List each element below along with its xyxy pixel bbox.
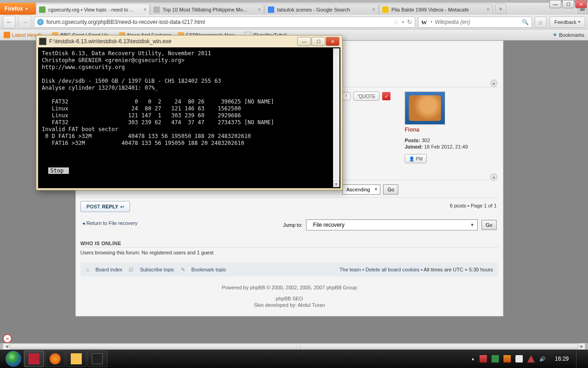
sort-order-select[interactable]: Ascending xyxy=(342,184,380,195)
tray-icon[interactable] xyxy=(503,355,511,362)
wikipedia-icon: W xyxy=(421,19,428,25)
home-icon: ⌂ xyxy=(86,267,89,272)
post-reply-button[interactable]: POSTREPLY ↩ xyxy=(80,201,130,212)
powered-by: Powered by phpBB © 2000, 2002, 2005, 200… xyxy=(76,285,503,290)
tab-title: cgsecurity.org • View topic - need to ..… xyxy=(48,7,141,12)
jump-to-select[interactable]: File recovery xyxy=(306,219,478,230)
new-tab-button[interactable]: + xyxy=(495,4,506,14)
console-minimize-button[interactable]: — xyxy=(297,37,311,46)
home-button[interactable]: ⌂ xyxy=(535,17,547,28)
console-stop-button[interactable]: Stop xyxy=(48,167,69,174)
tray-icon[interactable] xyxy=(527,355,535,362)
taskbar-item[interactable] xyxy=(24,351,44,367)
forum-footer-bar: ⌂ Board index ☑ Subscribe topic ✎ Bookma… xyxy=(80,263,498,276)
show-desktop-button[interactable] xyxy=(576,350,581,368)
tray-flag-icon[interactable] xyxy=(515,355,523,362)
scroll-top-icon[interactable]: ▲ xyxy=(490,80,498,87)
os-minimize-button[interactable]: — xyxy=(549,0,561,8)
console-close-button[interactable]: ✕ xyxy=(326,37,339,46)
scroll-left-icon[interactable]: ◀ xyxy=(3,344,10,349)
joined-line: Joined: 18 Feb 2012, 21:49 xyxy=(405,144,497,150)
taskbar-item[interactable] xyxy=(45,351,65,367)
bookmarks-menu[interactable]: ★ Bookmarks xyxy=(553,32,584,38)
bookmark-star-icon[interactable]: ☆ xyxy=(393,18,399,26)
taskbar-clock[interactable]: 16:29 xyxy=(550,356,569,362)
checkbox-icon: ☑ xyxy=(129,267,133,273)
tab-close-icon[interactable]: × xyxy=(258,6,261,13)
search-input[interactable] xyxy=(435,19,519,25)
pm-button[interactable]: 👤PM xyxy=(405,154,427,163)
tray-icon[interactable] xyxy=(480,355,487,362)
start-button[interactable] xyxy=(4,350,23,368)
skin-credit: Skin developed by: Abdul Turan xyxy=(76,302,503,308)
tray-overflow-icon[interactable]: ▲ xyxy=(471,356,475,361)
feedback-button[interactable]: Feedback ▾ xyxy=(549,17,585,28)
tab-title: tatsulok scenes - Google Search xyxy=(277,7,369,12)
console-maximize-button[interactable]: ☐ xyxy=(311,37,325,46)
person-icon: 👤 xyxy=(409,156,414,161)
taskbar-item[interactable] xyxy=(66,351,86,367)
scroll-down-icon[interactable]: ▼ xyxy=(333,181,339,187)
favicon-icon xyxy=(39,6,45,13)
rss-icon xyxy=(4,32,10,38)
browser-tab[interactable]: tatsulok scenes - Google Search × xyxy=(265,4,379,15)
return-link[interactable]: ◂ Return to File recovery xyxy=(82,220,137,226)
bookmark-icon: ✎ xyxy=(181,267,185,273)
who-online-text: Users browsing this forum: No registered… xyxy=(80,250,214,255)
phpbb-seo[interactable]: phpBB SEO xyxy=(76,296,503,301)
user-avatar xyxy=(405,92,445,125)
jump-go-button[interactable]: Go xyxy=(481,220,497,230)
jump-label: Jump to: xyxy=(283,222,302,228)
url-text: forum.cgsecurity.org/phpBB3/need-to-reco… xyxy=(46,19,390,25)
nav-back-button[interactable]: ← xyxy=(3,16,16,29)
console-scrollbar[interactable]: ▲ ▼ xyxy=(333,48,339,187)
stop-loading-icon[interactable]: ✕ xyxy=(3,334,12,343)
sort-go-button[interactable]: Go xyxy=(383,184,398,195)
globe-icon xyxy=(37,19,44,25)
favicon-icon xyxy=(153,6,160,13)
tray-volume-icon[interactable]: 🔊 xyxy=(539,356,546,362)
username-link[interactable]: Fiona xyxy=(405,126,497,133)
quote-button[interactable]: "QUOTE xyxy=(353,92,379,101)
browser-tab[interactable]: Pila Balde 1999 Videos - Metacafe × xyxy=(379,4,493,15)
who-online-heading: WHO IS ONLINE xyxy=(80,241,121,246)
url-dropdown-icon[interactable]: ▾ xyxy=(402,20,404,24)
console-icon xyxy=(39,38,46,45)
os-close-button[interactable]: ✕ xyxy=(575,0,587,8)
search-icon[interactable]: 🔍 xyxy=(522,19,529,25)
team-link[interactable]: The team xyxy=(339,267,361,272)
reply-icon: ↩ xyxy=(120,204,124,209)
firefox-label: Firefox xyxy=(5,6,23,12)
scroll-thumb[interactable]: ⋮⋮ xyxy=(10,344,578,349)
firefox-menu-button[interactable]: Firefox ▾ xyxy=(0,3,36,15)
quote-save-icon[interactable]: ✓ xyxy=(382,92,390,100)
bookmark-link[interactable]: Bookmark topic xyxy=(192,267,226,272)
horizontal-scrollbar[interactable]: ◀ ⋮⋮ ▶ xyxy=(3,343,585,350)
testdisk-console-window[interactable]: F:\testdisk-6.13.win\testdisk-6.13\testd… xyxy=(36,35,343,190)
posts-line: Posts: 302 xyxy=(405,138,497,143)
tab-close-icon[interactable]: × xyxy=(486,6,490,13)
tab-title: Pila Balde 1999 Videos - Metacafe xyxy=(391,7,484,12)
board-index-link[interactable]: Board index xyxy=(96,267,123,272)
console-output: TestDisk 6.13, Data Recovery Utility, No… xyxy=(38,47,340,188)
refresh-icon[interactable]: ↻ xyxy=(407,18,412,25)
browser-tab[interactable]: cgsecurity.org • View topic - need to ..… xyxy=(36,4,150,15)
favicon-icon xyxy=(268,6,274,13)
os-maximize-button[interactable]: ☐ xyxy=(562,0,574,8)
search-box[interactable]: W ▾ 🔍 xyxy=(418,17,532,28)
favicon-icon xyxy=(382,6,389,13)
tab-close-icon[interactable]: × xyxy=(372,6,375,13)
scroll-right-icon[interactable]: ▶ xyxy=(578,344,585,349)
nav-forward-button[interactable]: → xyxy=(18,16,31,29)
cookies-link[interactable]: Delete all board cookies xyxy=(366,267,419,272)
subscribe-link[interactable]: Subscribe topic xyxy=(140,267,174,272)
taskbar-item[interactable] xyxy=(87,351,107,367)
tray-icon[interactable] xyxy=(492,355,499,362)
feedback-label: Feedback xyxy=(554,19,577,25)
url-bar[interactable]: forum.cgsecurity.org/phpBB3/need-to-reco… xyxy=(34,17,415,28)
dropdown-icon: ▾ xyxy=(26,7,28,11)
windows-taskbar: ▲ 🔊 16:29 xyxy=(0,350,588,368)
browser-tab[interactable]: Top 10 Most Titillating Philippine Mo...… xyxy=(150,4,264,15)
tab-close-icon[interactable]: × xyxy=(143,6,147,13)
tab-title: Top 10 Most Titillating Philippine Mo... xyxy=(163,7,255,12)
